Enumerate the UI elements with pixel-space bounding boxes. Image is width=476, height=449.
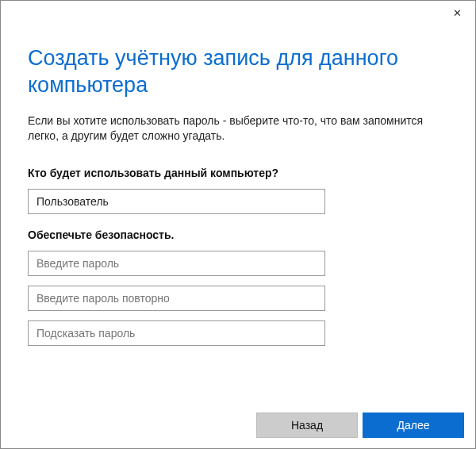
create-account-dialog: ✕ Создать учётную запись для данного ком… bbox=[0, 0, 476, 449]
password-confirm-field[interactable] bbox=[28, 286, 325, 311]
titlebar: ✕ bbox=[1, 1, 475, 23]
close-button[interactable]: ✕ bbox=[445, 4, 469, 21]
page-description: Если вы хотите использовать пароль - выб… bbox=[28, 113, 448, 144]
security-section-label: Обеспечьте безопасность. bbox=[28, 228, 448, 241]
password-hint-field[interactable] bbox=[28, 320, 325, 346]
page-title: Создать учётную запись для данного компь… bbox=[28, 45, 448, 99]
dialog-footer: Назад Далее bbox=[1, 402, 475, 448]
password-field[interactable] bbox=[28, 251, 325, 276]
dialog-content: Создать учётную запись для данного компь… bbox=[1, 23, 475, 402]
username-field[interactable] bbox=[28, 189, 325, 214]
back-button[interactable]: Назад bbox=[256, 413, 358, 438]
next-button[interactable]: Далее bbox=[363, 413, 464, 438]
user-section-label: Кто будет использовать данный компьютер? bbox=[28, 167, 448, 179]
close-icon: ✕ bbox=[453, 7, 462, 19]
